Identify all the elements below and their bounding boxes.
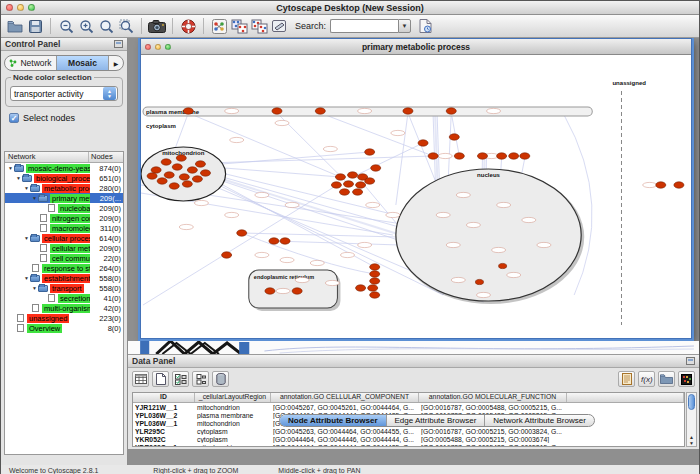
- tree-label: transport: [50, 284, 84, 293]
- cell-id: YLR295C: [133, 428, 195, 435]
- tree-column-network[interactable]: Network: [5, 152, 89, 162]
- tree-row[interactable]: ▼ cellular process 614(0): [5, 233, 123, 243]
- tree-row[interactable]: ▼ transport 558(0): [5, 283, 123, 293]
- float-panel-icon[interactable]: [114, 40, 123, 48]
- tab-network[interactable]: Network: [5, 56, 57, 70]
- select-nodes-checkbox[interactable]: ✓: [9, 113, 19, 123]
- attribute-table-icon[interactable]: [132, 371, 149, 387]
- network-window-titlebar[interactable]: primary metabolic process: [141, 39, 691, 55]
- unselect-attributes-icon[interactable]: [192, 371, 209, 387]
- scrollbar-thumb[interactable]: [688, 394, 695, 410]
- tree-row[interactable]: multi-organism pro... 42(0): [5, 303, 123, 313]
- expander-icon[interactable]: ▼: [31, 195, 38, 201]
- tree-label: primary metabo: [50, 194, 90, 203]
- vizmapper-icon[interactable]: [209, 17, 229, 36]
- search-label: Search:: [295, 21, 326, 31]
- tree-row[interactable]: response to stimulu... 264(0): [5, 263, 123, 273]
- file-icon: [40, 214, 47, 222]
- tree-count: 42(0): [90, 304, 123, 313]
- search-dropdown-icon[interactable]: ▼: [398, 19, 411, 33]
- tree-label: Overview: [27, 324, 62, 333]
- tree-row[interactable]: nitrogen compo... 209(0): [5, 213, 123, 223]
- network-merge-icon[interactable]: [229, 17, 249, 36]
- expander-icon[interactable]: ▼: [31, 285, 38, 291]
- tree-row[interactable]: macromolecule... 311(0): [5, 223, 123, 233]
- tree-count: 311(0): [90, 224, 123, 233]
- more-tabs-icon[interactable]: ▶: [109, 56, 123, 70]
- expander-icon[interactable]: ▼: [23, 235, 30, 241]
- open-icon[interactable]: [5, 17, 25, 36]
- search-input[interactable]: [330, 19, 398, 33]
- tree-row[interactable]: secretion 41(0): [5, 293, 123, 303]
- snapshot-camera-icon[interactable]: [147, 17, 167, 36]
- background-window-strip: [128, 341, 699, 354]
- zoom-out-icon[interactable]: [56, 17, 76, 36]
- region-nucleus[interactable]: [396, 169, 581, 301]
- node-color-attribute-select[interactable]: transporter activity ▲▼: [10, 86, 118, 101]
- select-attributes-icon[interactable]: [172, 371, 189, 387]
- table-row[interactable]: YLR295C cytoplasm [GO:0045263, GO:004446…: [133, 427, 684, 435]
- zoom-in-icon[interactable]: [76, 17, 96, 36]
- tree-row[interactable]: Overview 8(0): [5, 323, 123, 333]
- column-header-cellular-component[interactable]: annotation.GO CELLULAR_COMPONENT: [271, 393, 419, 402]
- search-config-icon[interactable]: [415, 17, 435, 36]
- tab-edge-attribute-browser[interactable]: Edge Attribute Browser: [387, 415, 486, 426]
- tree-row[interactable]: cellular metabo... 209(0): [5, 243, 123, 253]
- function-builder-icon[interactable]: f(x): [638, 371, 655, 387]
- tree-row[interactable]: ▼ metabolic process 280(0): [5, 183, 123, 193]
- tree-label: cellular process: [42, 234, 90, 243]
- cell-cellular-component: [GO:0045267, GO:0045261, GO:0044464, G..…: [271, 404, 419, 411]
- attribute-editor-icon[interactable]: [618, 371, 635, 387]
- network-compare-icon[interactable]: [249, 17, 269, 36]
- column-header-molecular-function[interactable]: annotation.GO MOLECULAR_FUNCTION: [419, 393, 567, 402]
- matrix-icon[interactable]: [678, 371, 695, 387]
- tree-column-nodes[interactable]: Nodes: [89, 152, 123, 162]
- table-row[interactable]: YJR121W__1 mitochondrion [GO:0045267, GO…: [133, 403, 684, 411]
- expander-icon[interactable]: ▼: [15, 175, 22, 181]
- data-panel: Data Panel: [128, 354, 699, 449]
- float-panel-icon[interactable]: [686, 357, 695, 365]
- cell-cellular-component: [GO:0045263, GO:0044464, GO:0044455, G..…: [271, 428, 419, 435]
- table-row[interactable]: YDR039C__1 mitochondrion [GO:0044464, GO…: [133, 443, 684, 447]
- tree-count: 223(0): [90, 314, 123, 323]
- import-attributes-icon[interactable]: [658, 371, 675, 387]
- help-lifering-icon[interactable]: [178, 17, 198, 36]
- tree-count: 264(0): [90, 264, 123, 273]
- tab-node-attribute-browser[interactable]: Node Attribute Browser: [280, 415, 387, 426]
- tree-row[interactable]: unassigned 223(0): [5, 313, 123, 323]
- tab-mosaic[interactable]: Mosaic: [57, 56, 109, 70]
- zoom-fit-icon[interactable]: [116, 17, 136, 36]
- tree-label: multi-organism pro...: [42, 304, 90, 313]
- tree-row[interactable]: cell communicat... 22(0): [5, 253, 123, 263]
- tree-label: mosaic-demo-yeast: [26, 164, 90, 173]
- data-panel-title: Data Panel: [132, 356, 175, 366]
- tree-row[interactable]: ▼ biological_process 651(0): [5, 173, 123, 183]
- tree-row[interactable]: ▼ establishment of lo... 558(0): [5, 273, 123, 283]
- table-row[interactable]: YKR052C cytoplasm [GO:0044464, GO:004444…: [133, 435, 684, 443]
- tree-row-selected[interactable]: ▼ primary metabo 209(...: [5, 193, 123, 203]
- tree-label: secretion: [58, 294, 90, 303]
- expander-icon[interactable]: ▼: [23, 275, 30, 281]
- new-attribute-icon[interactable]: [152, 371, 169, 387]
- tree-label: cell communicat...: [50, 254, 90, 263]
- delete-attribute-icon[interactable]: [212, 371, 229, 387]
- tree-count: 209(0): [90, 214, 123, 223]
- tab-network-attribute-browser[interactable]: Network Attribute Browser: [485, 415, 593, 426]
- network-canvas[interactable]: plasma membrane cytoplasm mitochondrion …: [141, 55, 691, 338]
- expander-icon[interactable]: ▼: [7, 165, 14, 171]
- zoom-actual-icon[interactable]: [96, 17, 116, 36]
- scrollbar-buttons[interactable]: ▲▼: [687, 434, 696, 446]
- column-header-region[interactable]: _cellularLayoutRegion: [195, 393, 271, 402]
- tree-count: 22(0): [90, 254, 123, 263]
- expander-icon[interactable]: ▼: [23, 185, 30, 191]
- save-icon[interactable]: [25, 17, 45, 36]
- file-icon: [32, 264, 39, 272]
- tab-network-label: Network: [20, 58, 51, 68]
- control-panel: Control Panel Network Mosaic ▶ Node colo…: [1, 38, 128, 465]
- network-view-window[interactable]: primary metabolic process: [140, 38, 692, 339]
- column-header-id[interactable]: ID: [133, 393, 195, 402]
- annotation-icon[interactable]: [269, 17, 289, 36]
- tree-row[interactable]: nucleobase-... 209(0): [5, 203, 123, 213]
- control-panel-title: Control Panel: [5, 39, 60, 49]
- tree-row[interactable]: ▼ mosaic-demo-yeast 874(0): [5, 163, 123, 173]
